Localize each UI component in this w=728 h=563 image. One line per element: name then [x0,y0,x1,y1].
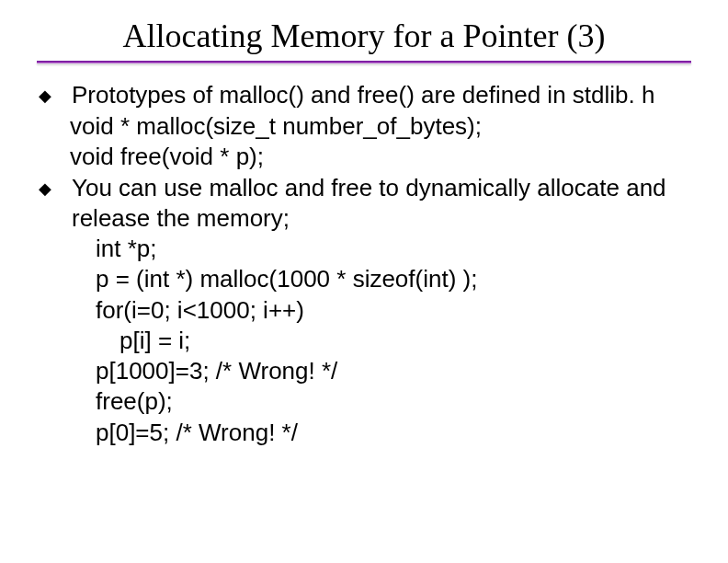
title-underline [37,61,691,63]
slide-title: Allocating Memory for a Pointer (3) [37,17,691,55]
code-line: p[i] = i; [37,326,691,356]
slide-content: ◆ Prototypes of malloc() and free() are … [37,80,691,448]
diamond-bullet-icon: ◆ [37,80,72,111]
code-line: void free(void * p); [37,142,691,172]
slide: Allocating Memory for a Pointer (3) ◆ Pr… [0,0,728,563]
code-line: p[0]=5; /* Wrong! */ [37,418,691,448]
code-line: p = (int *) malloc(1000 * sizeof(int) ); [37,264,691,294]
code-line: for(i=0; i<1000; i++) [37,295,691,326]
code-line: p[1000]=3; /* Wrong! */ [37,356,691,386]
code-line: free(p); [37,386,691,417]
code-line: void * malloc(size_t number_of_bytes); [37,111,691,142]
bullet-text: You can use malloc and free to dynamical… [72,173,691,235]
bullet-text: Prototypes of malloc() and free() are de… [72,80,691,110]
bullet-item: ◆ You can use malloc and free to dynamic… [37,173,691,235]
code-line: int *p; [37,234,691,264]
bullet-item: ◆ Prototypes of malloc() and free() are … [37,80,691,111]
diamond-bullet-icon: ◆ [37,173,72,204]
